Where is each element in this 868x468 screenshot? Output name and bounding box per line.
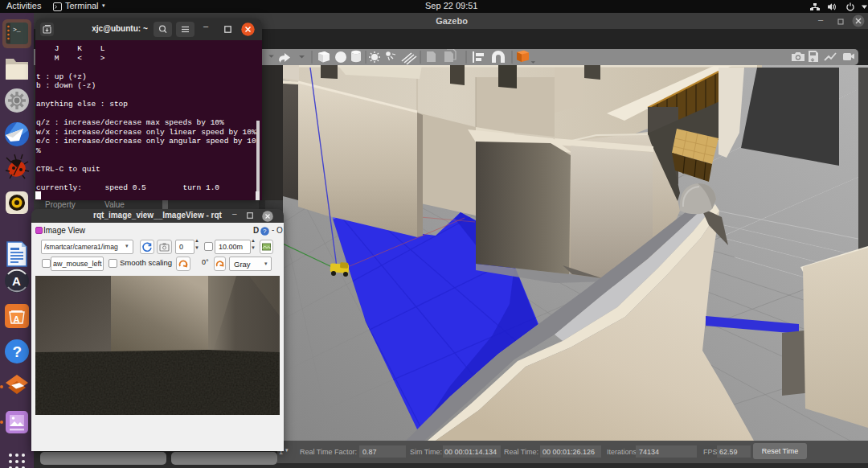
svg-text:?: ? <box>13 343 23 360</box>
svg-text:A: A <box>14 314 20 324</box>
svg-text:>_: >_ <box>13 26 21 33</box>
svg-text:A: A <box>12 274 21 288</box>
svg-text:?: ? <box>263 228 267 235</box>
